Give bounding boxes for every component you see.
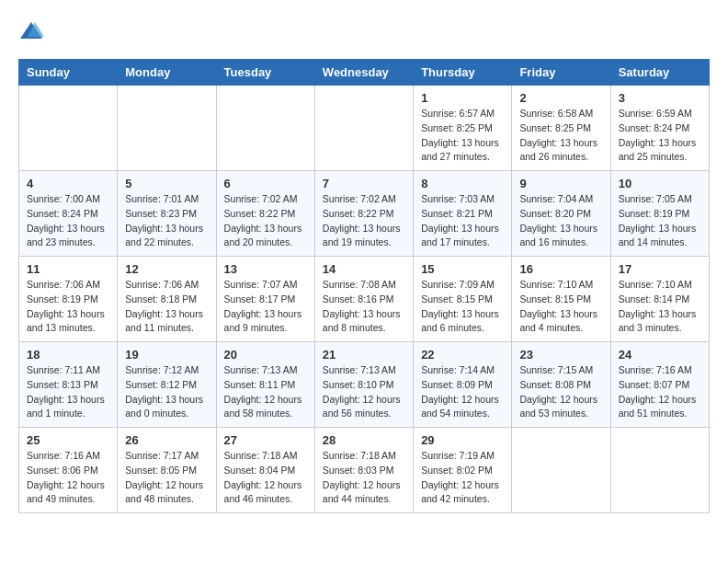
calendar-cell: 24Sunrise: 7:16 AM Sunset: 8:07 PM Dayli… xyxy=(610,342,709,428)
day-number: 1 xyxy=(421,91,504,105)
day-number: 9 xyxy=(519,177,602,190)
calendar-cell: 3Sunrise: 6:59 AM Sunset: 8:24 PM Daylig… xyxy=(610,86,709,171)
calendar-cell: 16Sunrise: 7:10 AM Sunset: 8:15 PM Dayli… xyxy=(512,257,610,342)
day-info: Sunrise: 7:00 AM Sunset: 8:24 PM Dayligh… xyxy=(27,192,109,250)
day-number: 23 xyxy=(519,348,602,362)
weekday-header-tuesday: Tuesday xyxy=(216,60,314,86)
day-info: Sunrise: 7:19 AM Sunset: 8:02 PM Dayligh… xyxy=(421,449,504,507)
calendar-cell xyxy=(118,86,216,171)
day-number: 29 xyxy=(421,433,504,447)
weekday-header-monday: Monday xyxy=(118,60,216,86)
weekday-header-saturday: Saturday xyxy=(610,60,709,86)
calendar-week-row: 11Sunrise: 7:06 AM Sunset: 8:19 PM Dayli… xyxy=(19,257,710,342)
day-number: 17 xyxy=(619,262,701,276)
header xyxy=(18,18,710,44)
day-info: Sunrise: 7:18 AM Sunset: 8:03 PM Dayligh… xyxy=(323,449,405,507)
weekday-header-sunday: Sunday xyxy=(19,60,118,86)
calendar-cell: 26Sunrise: 7:17 AM Sunset: 8:05 PM Dayli… xyxy=(118,428,216,513)
calendar-cell xyxy=(512,428,610,513)
day-number: 25 xyxy=(27,433,109,447)
day-info: Sunrise: 7:15 AM Sunset: 8:08 PM Dayligh… xyxy=(519,363,602,421)
day-number: 18 xyxy=(27,348,109,362)
weekday-header-friday: Friday xyxy=(512,60,610,86)
calendar-cell: 1Sunrise: 6:57 AM Sunset: 8:25 PM Daylig… xyxy=(414,86,512,171)
day-info: Sunrise: 7:01 AM Sunset: 8:23 PM Dayligh… xyxy=(125,192,208,250)
day-info: Sunrise: 7:13 AM Sunset: 8:11 PM Dayligh… xyxy=(224,363,307,421)
calendar-table: SundayMondayTuesdayWednesdayThursdayFrid… xyxy=(18,59,710,513)
day-number: 28 xyxy=(323,433,405,447)
day-info: Sunrise: 7:04 AM Sunset: 8:20 PM Dayligh… xyxy=(519,192,602,250)
calendar-week-row: 18Sunrise: 7:11 AM Sunset: 8:13 PM Dayli… xyxy=(19,342,710,428)
day-number: 21 xyxy=(323,348,405,362)
day-number: 11 xyxy=(27,262,109,276)
calendar-cell: 18Sunrise: 7:11 AM Sunset: 8:13 PM Dayli… xyxy=(19,342,118,428)
calendar-cell xyxy=(610,428,709,513)
day-number: 4 xyxy=(27,177,109,190)
calendar-week-row: 4Sunrise: 7:00 AM Sunset: 8:24 PM Daylig… xyxy=(19,171,710,257)
calendar-cell: 15Sunrise: 7:09 AM Sunset: 8:15 PM Dayli… xyxy=(414,257,512,342)
calendar-cell: 17Sunrise: 7:10 AM Sunset: 8:14 PM Dayli… xyxy=(610,257,709,342)
calendar-cell: 14Sunrise: 7:08 AM Sunset: 8:16 PM Dayli… xyxy=(314,257,413,342)
calendar-cell: 5Sunrise: 7:01 AM Sunset: 8:23 PM Daylig… xyxy=(118,171,216,257)
calendar-cell: 12Sunrise: 7:06 AM Sunset: 8:18 PM Dayli… xyxy=(118,257,216,342)
day-info: Sunrise: 7:12 AM Sunset: 8:12 PM Dayligh… xyxy=(125,363,208,421)
calendar-cell: 7Sunrise: 7:02 AM Sunset: 8:22 PM Daylig… xyxy=(314,171,413,257)
day-info: Sunrise: 7:14 AM Sunset: 8:09 PM Dayligh… xyxy=(421,363,504,421)
calendar-cell: 25Sunrise: 7:16 AM Sunset: 8:06 PM Dayli… xyxy=(19,428,118,513)
day-info: Sunrise: 7:06 AM Sunset: 8:18 PM Dayligh… xyxy=(125,278,208,336)
calendar-week-row: 25Sunrise: 7:16 AM Sunset: 8:06 PM Dayli… xyxy=(19,428,710,513)
day-number: 7 xyxy=(323,177,405,190)
day-number: 27 xyxy=(224,433,307,447)
calendar-cell: 28Sunrise: 7:18 AM Sunset: 8:03 PM Dayli… xyxy=(314,428,413,513)
calendar-cell xyxy=(19,86,118,171)
day-number: 10 xyxy=(619,177,701,190)
calendar-cell: 23Sunrise: 7:15 AM Sunset: 8:08 PM Dayli… xyxy=(512,342,610,428)
day-info: Sunrise: 6:59 AM Sunset: 8:24 PM Dayligh… xyxy=(619,107,701,165)
calendar-cell: 13Sunrise: 7:07 AM Sunset: 8:17 PM Dayli… xyxy=(216,257,314,342)
calendar-cell: 4Sunrise: 7:00 AM Sunset: 8:24 PM Daylig… xyxy=(19,171,118,257)
calendar-cell: 10Sunrise: 7:05 AM Sunset: 8:19 PM Dayli… xyxy=(610,171,709,257)
day-info: Sunrise: 6:58 AM Sunset: 8:25 PM Dayligh… xyxy=(519,107,602,165)
calendar-cell: 9Sunrise: 7:04 AM Sunset: 8:20 PM Daylig… xyxy=(512,171,610,257)
calendar-cell: 21Sunrise: 7:13 AM Sunset: 8:10 PM Dayli… xyxy=(314,342,413,428)
day-number: 16 xyxy=(519,262,602,276)
day-info: Sunrise: 7:03 AM Sunset: 8:21 PM Dayligh… xyxy=(421,192,504,250)
day-number: 14 xyxy=(323,262,405,276)
day-info: Sunrise: 7:11 AM Sunset: 8:13 PM Dayligh… xyxy=(27,363,109,421)
day-info: Sunrise: 6:57 AM Sunset: 8:25 PM Dayligh… xyxy=(421,107,504,165)
day-number: 13 xyxy=(224,262,307,276)
day-number: 15 xyxy=(421,262,504,276)
day-number: 3 xyxy=(619,91,701,105)
day-number: 20 xyxy=(224,348,307,362)
day-info: Sunrise: 7:07 AM Sunset: 8:17 PM Dayligh… xyxy=(224,278,307,336)
day-info: Sunrise: 7:10 AM Sunset: 8:15 PM Dayligh… xyxy=(519,278,602,336)
day-number: 2 xyxy=(519,91,602,105)
calendar-cell: 27Sunrise: 7:18 AM Sunset: 8:04 PM Dayli… xyxy=(216,428,314,513)
day-number: 26 xyxy=(125,433,208,447)
calendar-cell: 22Sunrise: 7:14 AM Sunset: 8:09 PM Dayli… xyxy=(414,342,512,428)
day-number: 12 xyxy=(125,262,208,276)
day-info: Sunrise: 7:09 AM Sunset: 8:15 PM Dayligh… xyxy=(421,278,504,336)
weekday-header-wednesday: Wednesday xyxy=(314,60,413,86)
calendar-cell xyxy=(216,86,314,171)
calendar-cell xyxy=(314,86,413,171)
logo-icon xyxy=(18,18,44,44)
day-number: 19 xyxy=(125,348,208,362)
day-info: Sunrise: 7:02 AM Sunset: 8:22 PM Dayligh… xyxy=(224,192,307,250)
day-info: Sunrise: 7:05 AM Sunset: 8:19 PM Dayligh… xyxy=(619,192,701,250)
calendar-cell: 6Sunrise: 7:02 AM Sunset: 8:22 PM Daylig… xyxy=(216,171,314,257)
day-info: Sunrise: 7:06 AM Sunset: 8:19 PM Dayligh… xyxy=(27,278,109,336)
calendar-cell: 19Sunrise: 7:12 AM Sunset: 8:12 PM Dayli… xyxy=(118,342,216,428)
calendar-cell: 20Sunrise: 7:13 AM Sunset: 8:11 PM Dayli… xyxy=(216,342,314,428)
day-number: 24 xyxy=(619,348,701,362)
day-info: Sunrise: 7:08 AM Sunset: 8:16 PM Dayligh… xyxy=(323,278,405,336)
logo xyxy=(18,18,48,44)
calendar-header-row: SundayMondayTuesdayWednesdayThursdayFrid… xyxy=(19,60,710,86)
day-number: 5 xyxy=(125,177,208,190)
weekday-header-thursday: Thursday xyxy=(414,60,512,86)
calendar-cell: 8Sunrise: 7:03 AM Sunset: 8:21 PM Daylig… xyxy=(414,171,512,257)
day-info: Sunrise: 7:18 AM Sunset: 8:04 PM Dayligh… xyxy=(224,449,307,507)
day-number: 6 xyxy=(224,177,307,190)
day-info: Sunrise: 7:10 AM Sunset: 8:14 PM Dayligh… xyxy=(619,278,701,336)
day-info: Sunrise: 7:16 AM Sunset: 8:07 PM Dayligh… xyxy=(619,363,701,421)
